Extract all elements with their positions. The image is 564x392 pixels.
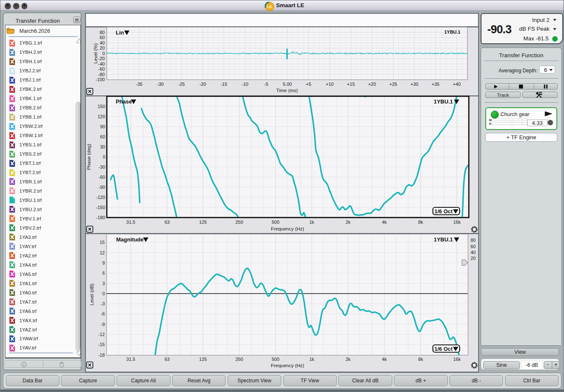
svg-text:-25: -25: [178, 82, 185, 87]
svg-text:16k: 16k: [453, 220, 461, 225]
svg-text:-40: -40: [98, 61, 105, 66]
svg-text:+35: +35: [432, 82, 440, 87]
svg-text:+20: +20: [368, 82, 376, 87]
svg-text:-12: -12: [98, 332, 105, 337]
svg-text:15: 15: [100, 240, 105, 245]
svg-text:Level (dB): Level (dB): [89, 283, 94, 306]
svg-text:3: 3: [102, 281, 105, 286]
svg-text:-100: -100: [96, 77, 105, 82]
svg-text:31.5: 31.5: [126, 220, 135, 225]
svg-text:250: 250: [235, 357, 243, 362]
svg-text:Phase (deg): Phase (deg): [86, 144, 91, 170]
svg-text:60: 60: [100, 134, 105, 139]
svg-text:60: 60: [100, 35, 105, 40]
svg-text:+5: +5: [306, 82, 311, 87]
svg-text:-6: -6: [101, 311, 105, 316]
svg-text:0: 0: [102, 51, 105, 56]
svg-text:Frequency (Hz): Frequency (Hz): [271, 226, 304, 231]
svg-text:20: 20: [100, 45, 105, 50]
svg-text:80: 80: [100, 30, 105, 35]
svg-text:1k: 1k: [309, 357, 314, 362]
svg-text:0: 0: [103, 154, 105, 159]
svg-text:-20: -20: [200, 82, 206, 87]
svg-text:4k: 4k: [382, 220, 387, 225]
svg-text:500: 500: [271, 220, 279, 225]
svg-text:-30: -30: [157, 82, 164, 87]
svg-text:1YBU.1: 1YBU.1: [444, 29, 460, 34]
svg-text:9: 9: [102, 260, 105, 265]
svg-text:12: 12: [100, 250, 105, 255]
svg-text:-5: -5: [264, 82, 269, 87]
svg-text:Level (%): Level (%): [93, 43, 98, 64]
svg-text:125: 125: [199, 357, 207, 362]
svg-text:8k: 8k: [418, 220, 423, 225]
svg-text:8k: 8k: [418, 357, 423, 362]
svg-text:-80: -80: [98, 72, 105, 77]
svg-text:63: 63: [165, 357, 170, 362]
svg-text:250: 250: [235, 220, 243, 225]
svg-text:16k: 16k: [453, 357, 461, 362]
svg-text:150: 150: [98, 104, 105, 109]
svg-text:-180: -180: [96, 215, 105, 220]
svg-text:+40: +40: [453, 82, 461, 87]
svg-text:500: 500: [271, 357, 279, 362]
svg-text:1YBU.1: 1YBU.1: [434, 236, 453, 243]
svg-text:Frequency (Hz): Frequency (Hz): [271, 363, 304, 368]
svg-text:-9: -9: [101, 322, 105, 327]
svg-text:40: 40: [100, 40, 105, 45]
svg-text:-15: -15: [221, 82, 227, 87]
svg-text:-120: -120: [96, 195, 105, 200]
svg-text:63: 63: [165, 220, 170, 225]
svg-text:30: 30: [100, 144, 105, 149]
svg-text:125: 125: [199, 220, 207, 225]
svg-text:-60: -60: [98, 175, 105, 180]
svg-text:5.00: 5.00: [283, 82, 292, 87]
svg-text:-10: -10: [242, 82, 248, 87]
svg-text:120: 120: [98, 114, 105, 119]
svg-text:4k: 4k: [382, 357, 387, 362]
svg-text:+25: +25: [389, 82, 397, 87]
svg-text:90: 90: [100, 124, 105, 129]
svg-text:+10: +10: [326, 82, 334, 87]
svg-text:-35: -35: [136, 82, 143, 87]
svg-text:-90: -90: [98, 185, 105, 190]
svg-text:-3: -3: [101, 301, 105, 306]
svg-text:40: 40: [471, 250, 476, 255]
svg-text:1/6 Oct: 1/6 Oct: [434, 208, 453, 215]
svg-text:6: 6: [102, 270, 105, 275]
svg-text:1k: 1k: [309, 220, 314, 225]
svg-text:Time (ms): Time (ms): [276, 88, 298, 93]
svg-text:80: 80: [471, 238, 476, 243]
svg-text:2k: 2k: [346, 357, 351, 362]
svg-text:1/6 Oct: 1/6 Oct: [434, 346, 453, 352]
svg-text:+30: +30: [410, 82, 418, 87]
svg-text:-20: -20: [98, 56, 105, 61]
svg-text:Lin: Lin: [116, 29, 124, 36]
svg-text:-15: -15: [98, 342, 105, 347]
svg-text:1YBU.1: 1YBU.1: [434, 98, 453, 105]
svg-text:Phase: Phase: [116, 98, 132, 105]
svg-text:-150: -150: [96, 205, 105, 210]
svg-text:0: 0: [102, 291, 105, 296]
svg-text:Magnitude: Magnitude: [116, 236, 144, 243]
svg-text:2k: 2k: [346, 220, 351, 225]
svg-text:31.5: 31.5: [126, 357, 135, 362]
svg-text:-30: -30: [98, 164, 105, 170]
svg-text:20: 20: [471, 256, 476, 261]
svg-text:-60: -60: [98, 66, 105, 72]
svg-text:+15: +15: [347, 82, 355, 87]
svg-text:60: 60: [471, 244, 476, 249]
svg-text:-18: -18: [98, 352, 105, 358]
